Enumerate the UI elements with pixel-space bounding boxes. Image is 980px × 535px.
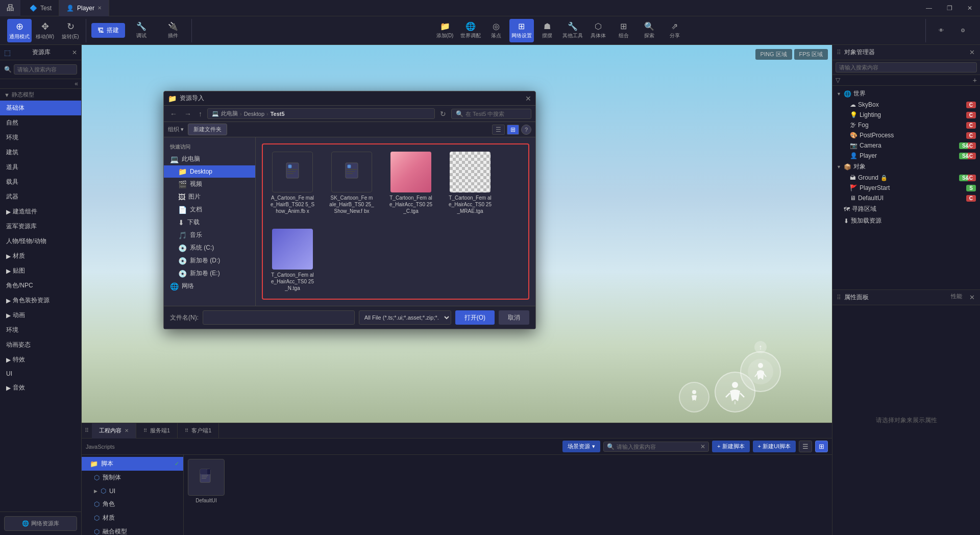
obj-skybox[interactable]: ☁ SkyBox C xyxy=(832,100,980,110)
obj-preload[interactable]: ⬇ 预加载资源 xyxy=(832,215,980,227)
sidebar-item-animation[interactable]: ▶ 动画 xyxy=(0,308,81,323)
obj-fog[interactable]: 🌫 Fog C xyxy=(832,120,980,130)
filename-input[interactable] xyxy=(203,310,355,325)
sidebar-item-ui[interactable]: UI xyxy=(0,367,81,380)
new-folder-btn[interactable]: 新建文件夹 xyxy=(188,124,227,135)
sidebar-search-input[interactable] xyxy=(14,64,77,75)
breadcrumb-desktop-label[interactable]: Desktop xyxy=(244,111,264,117)
obj-postprocess[interactable]: 🎨 PostProcess C xyxy=(832,130,980,140)
obj-lighting[interactable]: 💡 Lighting C xyxy=(832,110,980,120)
tree-item-role[interactable]: ⬡ 角色 xyxy=(82,497,183,511)
clear-search-icon[interactable]: ✕ xyxy=(700,443,705,450)
obj-pathfind[interactable]: 🗺 寻路区域 xyxy=(832,203,980,215)
breadcrumb-test5-label[interactable]: Test5 xyxy=(271,111,285,117)
tree-item-ui[interactable]: ▶ ⬡ UI xyxy=(82,484,183,497)
sidebar-item-anim-pose[interactable]: 动画姿态 xyxy=(0,337,81,352)
rotate-btn[interactable]: ↻ 旋转(E) xyxy=(58,19,83,42)
obj-objects[interactable]: ▼ 📦 对象 xyxy=(832,161,980,173)
close-sidebar-icon[interactable]: ✕ xyxy=(72,49,77,56)
dialog-back-btn[interactable]: ← xyxy=(168,109,179,119)
properties-close-btn[interactable]: ✕ xyxy=(968,293,976,302)
dialog-tree-drive-c[interactable]: 💿 系统 (C:) xyxy=(164,241,255,254)
filter-btn[interactable]: ▽ xyxy=(836,76,840,84)
eye-btn[interactable]: 👁 xyxy=(932,21,950,40)
general-mode-btn[interactable]: ⊕ 通用模式 xyxy=(7,19,32,42)
dialog-forward-btn[interactable]: → xyxy=(182,109,193,119)
tree-item-prefab[interactable]: ⬡ 预制体 xyxy=(82,471,183,484)
sidebar-item-env2[interactable]: 环境 xyxy=(0,323,81,337)
tab-player-close[interactable]: ✕ xyxy=(97,5,102,11)
dialog-tree-drive-e[interactable]: 💿 新加卷 (E:) xyxy=(164,267,255,280)
dialog-tree-videos[interactable]: 🎬 视频 xyxy=(164,178,255,190)
asset-search-input[interactable] xyxy=(617,444,698,450)
sidebar-item-costumes[interactable]: ▶ 角色装扮资源 xyxy=(0,293,81,308)
world-btn[interactable]: 🌐 世界调配 xyxy=(458,19,483,42)
sidebar-item-npc[interactable]: 角色/NPC xyxy=(0,278,81,293)
new-ui-script-btn[interactable]: + 新建UI脚本 xyxy=(753,441,796,452)
tab-project-content[interactable]: 工程内容 ✕ xyxy=(92,423,136,439)
object-manager-close-btn[interactable]: ✕ xyxy=(968,47,976,57)
minimize-button[interactable]: — xyxy=(919,0,939,16)
tab-project-close-icon[interactable]: ✕ xyxy=(125,428,129,433)
plugin-btn[interactable]: 🔌 插件 xyxy=(158,19,188,42)
asset-defaultui[interactable]: DefaultUI xyxy=(188,459,225,503)
grid-btn[interactable]: ⊞ 网络设置 xyxy=(509,19,534,42)
nav-up-btn[interactable]: ↑ xyxy=(754,341,767,353)
dialog-up-btn[interactable]: ↑ xyxy=(197,109,204,119)
tree-item-material[interactable]: ⬡ 材质 xyxy=(82,511,183,525)
tree-item-blend[interactable]: ⬡ 融合模型 xyxy=(82,525,183,535)
file-item-1[interactable]: SK_Cartoon_Fe male_HairB_TS0 25_Show_New… xyxy=(326,149,377,217)
panel-drag-handle[interactable]: ⠿ xyxy=(82,427,92,434)
scene-assets-btn[interactable]: 场景资源 ▾ xyxy=(562,441,600,452)
obj-defaultui[interactable]: 🖥 DefaultUI C xyxy=(832,193,980,203)
tab-client[interactable]: ⠿ 客户端1 xyxy=(178,423,219,439)
file-type-select[interactable]: All File (*.ts;*.ui;*.asset;*.zip;*. xyxy=(359,310,451,325)
add-btn[interactable]: 📁 添加(D) xyxy=(433,19,457,42)
dialog-tree-computer[interactable]: 💻 此电脑 xyxy=(164,153,255,165)
list-view-toggle-btn[interactable]: ☰ xyxy=(799,441,812,452)
object-search-input[interactable] xyxy=(836,62,977,72)
file-item-3[interactable]: T_Cartoon_Fem ale_HairAcc_TS0 25_MRAE.tg… xyxy=(445,149,496,217)
tab-server[interactable]: ⠿ 服务端1 xyxy=(136,423,178,439)
tab-test[interactable]: 🔷 Test xyxy=(22,0,59,16)
sidebar-item-blue-army[interactable]: 蓝军资源库 xyxy=(0,219,81,234)
dialog-open-btn[interactable]: 打开(O) xyxy=(455,310,495,325)
jump-btn[interactable] xyxy=(715,372,755,412)
solid-btn[interactable]: ⬡ 具体体 xyxy=(586,19,610,42)
obj-camera[interactable]: 📷 Camera S&C xyxy=(832,140,980,151)
dialog-search-input[interactable] xyxy=(465,111,527,117)
dialog-cancel-btn[interactable]: 取消 xyxy=(499,310,529,325)
debug-btn[interactable]: 🔧 调试 xyxy=(126,19,157,42)
dialog-tree-documents[interactable]: 📄 文档 xyxy=(164,203,255,216)
move-btn[interactable]: ✥ 移动(W) xyxy=(33,19,57,42)
settings-btn[interactable]: ⚙ xyxy=(953,21,972,40)
sidebar-item-environment[interactable]: 环境 xyxy=(0,130,81,145)
grid-view-btn[interactable]: ⊞ xyxy=(507,125,519,135)
grid-view-toggle-btn[interactable]: ⊞ xyxy=(815,441,828,452)
sidebar-item-nature[interactable]: 自然 xyxy=(0,115,81,130)
sidebar-item-creatures[interactable]: 人物/怪物/动物 xyxy=(0,234,81,249)
place-btn[interactable]: ☗ 摆摆 xyxy=(535,19,559,42)
performance-tab[interactable]: 性能 xyxy=(947,293,966,302)
sidebar-item-effects[interactable]: ▶ 特效 xyxy=(0,352,81,367)
anchor-btn[interactable]: ◎ 落点 xyxy=(484,19,508,42)
collapse-sidebar-btn[interactable]: « xyxy=(75,80,78,87)
organize-btn[interactable]: 组织 ▾ xyxy=(168,126,184,133)
dialog-tree-downloads[interactable]: ⬇ 下载 xyxy=(164,216,255,229)
sidebar-item-props[interactable]: 道具 xyxy=(0,160,81,175)
obj-add-btn[interactable]: + xyxy=(973,76,977,84)
dialog-tree-pictures[interactable]: 🖼 图片 xyxy=(164,190,255,203)
sidebar-item-sound[interactable]: ▶ 音效 xyxy=(0,380,81,395)
sidebar-item-build-parts[interactable]: ▶ 建造组件 xyxy=(0,204,81,219)
breadcrumb-computer-label[interactable]: 此电脑 xyxy=(221,110,238,117)
network-library-btn[interactable]: 🌐 网络资源库 xyxy=(4,516,77,531)
tools-btn[interactable]: 🔧 其他工具 xyxy=(560,19,585,42)
file-item-0[interactable]: A_Cartoon_Fe male_HairB_TS02 5_Show_Anim… xyxy=(267,149,318,217)
dialog-help-btn[interactable]: ? xyxy=(521,125,531,135)
dialog-tree-drive-d[interactable]: 💿 新加卷 (D:) xyxy=(164,254,255,267)
resources-icon[interactable]: ⬚ xyxy=(4,48,11,57)
obj-playerstart[interactable]: 🚩 PlayerStart S xyxy=(832,183,980,193)
list-view-btn[interactable]: ☰ xyxy=(492,125,505,135)
obj-player[interactable]: 👤 Player S&C xyxy=(832,151,980,161)
tab-player[interactable]: 👤 Player ✕ xyxy=(59,0,109,16)
